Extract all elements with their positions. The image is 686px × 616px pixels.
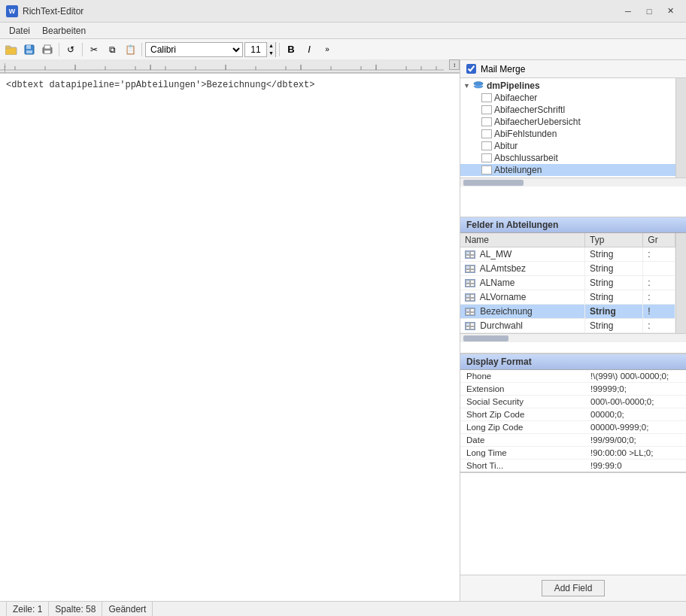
tree-leaf5: · — [472, 142, 481, 150]
add-field-button[interactable]: Add Field — [542, 580, 606, 596]
fields-table: Name Typ Gr — [460, 233, 686, 354]
df-row-2[interactable]: Social Security 000\-00\-0000;0; — [460, 396, 686, 408]
tree-leaf4: · — [472, 130, 481, 138]
paste-button[interactable]: 📋 — [122, 41, 138, 58]
mail-merge-label: Mail Merge — [481, 64, 525, 74]
save-button[interactable] — [21, 41, 38, 58]
df-value-2: 000\-00\-0000;0; — [584, 396, 686, 408]
field-row-2[interactable]: ALName String : — [460, 276, 675, 290]
tree-item-abifaecherschriftl[interactable]: · AbifaecherSchriftl — [460, 104, 675, 116]
ruler: ↓ ↑ — [0, 60, 460, 74]
field-type-3: String — [585, 290, 643, 305]
fields-table-inner: Name Typ Gr — [460, 233, 675, 333]
fields-hscroll-thumb — [463, 335, 508, 341]
undo-button[interactable]: ↺ — [62, 41, 79, 58]
field-name-3: ALVorname — [460, 290, 585, 305]
mail-merge-checkbox[interactable] — [466, 64, 476, 74]
open-button[interactable] — [3, 41, 20, 58]
font-size-control: ▲ ▼ — [244, 42, 276, 57]
df-value-1: !99999;0; — [584, 383, 686, 396]
df-value-0: !\(999\) 000\-0000;0; — [584, 370, 686, 383]
tree-item-label2: AbifaecherSchriftl — [494, 105, 565, 115]
fields-scrollbar[interactable] — [675, 233, 686, 333]
tree-scrollbar[interactable] — [675, 78, 686, 178]
menu-bearbeiten[interactable]: Bearbeiten — [36, 24, 92, 38]
field-type-2: String — [585, 276, 643, 290]
df-label-2: Social Security — [460, 396, 584, 408]
overflow-button[interactable]: » — [319, 41, 335, 58]
tree-hscroll-thumb — [463, 180, 524, 186]
font-size-down[interactable]: ▼ — [266, 50, 275, 57]
display-format-table: Phone !\(999\) 000\-0000;0; Extension !9… — [460, 370, 686, 473]
fields-hscroll[interactable] — [460, 333, 686, 342]
maximize-button[interactable]: □ — [639, 4, 659, 19]
editor-content[interactable]: <dbtext datapipeline='ppAbteilungen'>Bez… — [0, 74, 460, 601]
tree-item-abschlussarbeit[interactable]: · Abschlussarbeit — [460, 152, 675, 164]
df-row-1[interactable]: Extension !99999;0; — [460, 383, 686, 396]
df-label-5: Date — [460, 434, 584, 447]
df-value-5: !99/99/00;0; — [584, 434, 686, 447]
field-row-5[interactable]: Durchwahl String : — [460, 319, 675, 333]
copy-button[interactable]: ⧉ — [104, 41, 120, 58]
tree-item-abifaecher[interactable]: · Abifaecher — [460, 92, 675, 104]
font-size-input[interactable] — [245, 43, 266, 56]
fields-thead: Name Typ Gr — [460, 233, 675, 247]
tree-item-label: Abifaecher — [494, 93, 537, 103]
field-name-label-3: ALVorname — [480, 292, 527, 302]
field-gr-1 — [643, 262, 675, 276]
df-row-3[interactable]: Short Zip Code 00000;0; — [460, 408, 686, 421]
field-icon-1 — [465, 265, 475, 273]
col-gr: Gr — [643, 233, 675, 247]
minimize-button[interactable]: ─ — [618, 4, 638, 19]
field-name-2: ALName — [460, 276, 585, 290]
tree-item-abteilungen[interactable]: · Abteilungen — [460, 164, 675, 176]
font-size-up[interactable]: ▲ — [266, 42, 275, 50]
tree-item-abitur[interactable]: · Abitur — [460, 140, 675, 152]
fields-data-table: Name Typ Gr — [460, 233, 675, 333]
tree-root[interactable]: ▼ dmPipelines — [460, 80, 675, 92]
table-icon-4 — [481, 129, 492, 138]
print-button[interactable] — [39, 41, 56, 58]
tree-hscroll[interactable] — [460, 178, 686, 187]
font-select[interactable]: Calibri — [145, 42, 243, 57]
separator-3 — [141, 43, 142, 56]
cut-button[interactable]: ✂ — [86, 41, 102, 58]
field-name-label-4: Bezeichnung — [480, 306, 532, 317]
field-icon-2 — [465, 279, 475, 287]
field-name-5: Durchwahl — [460, 319, 585, 333]
editor-text: <dbtext datapipeline='ppAbteilungen'>Bez… — [6, 80, 314, 90]
table-icon-5 — [481, 141, 492, 150]
field-row-0[interactable]: AL_MW String : — [460, 247, 675, 262]
field-gr-3: : — [643, 290, 675, 305]
df-label-3: Short Zip Code — [460, 408, 584, 421]
tree-section: ▼ dmPipelines · Abifaecher · — [460, 78, 686, 217]
svg-rect-1 — [5, 46, 11, 48]
field-name-0: AL_MW — [460, 247, 585, 262]
table-icon-2 — [481, 105, 492, 114]
separator-1 — [59, 43, 59, 56]
df-row-7[interactable]: Short Ti... !99:99:0 — [460, 460, 686, 473]
ruler-svg — [0, 62, 444, 73]
tree-item-abifehlstunden[interactable]: · AbiFehlstunden — [460, 128, 675, 140]
tree-toggle: ▼ — [463, 82, 472, 90]
mail-merge-header: Mail Merge — [460, 60, 686, 78]
tree-item-label4: AbiFehlstunden — [494, 129, 557, 139]
df-row-4[interactable]: Long Zip Code 00000\-9999;0; — [460, 421, 686, 434]
separator-2 — [82, 43, 83, 56]
field-type-0: String — [585, 247, 643, 262]
field-name-label-2: ALName — [480, 278, 515, 288]
df-row-5[interactable]: Date !99/99/00;0; — [460, 434, 686, 447]
close-button[interactable]: ✕ — [660, 4, 680, 19]
field-row-3[interactable]: ALVorname String : — [460, 290, 675, 305]
field-row-1[interactable]: ALAmtsbez String — [460, 262, 675, 276]
df-row-6[interactable]: Long Time !90:00:00 >LL;0; — [460, 447, 686, 460]
italic-button[interactable]: I — [301, 41, 317, 58]
ruler-end-button[interactable]: ↕ — [449, 59, 460, 70]
bold-button[interactable]: B — [283, 41, 299, 58]
field-row-4[interactable]: Bezeichnung String ! — [460, 305, 675, 319]
menu-datei[interactable]: Datei — [3, 24, 36, 38]
tree-root-label: dmPipelines — [487, 80, 540, 91]
df-row-0[interactable]: Phone !\(999\) 000\-0000;0; — [460, 370, 686, 383]
tree-item-abifaecheruebersicht[interactable]: · AbifaecherUebersicht — [460, 116, 675, 128]
svg-rect-4 — [26, 50, 32, 53]
